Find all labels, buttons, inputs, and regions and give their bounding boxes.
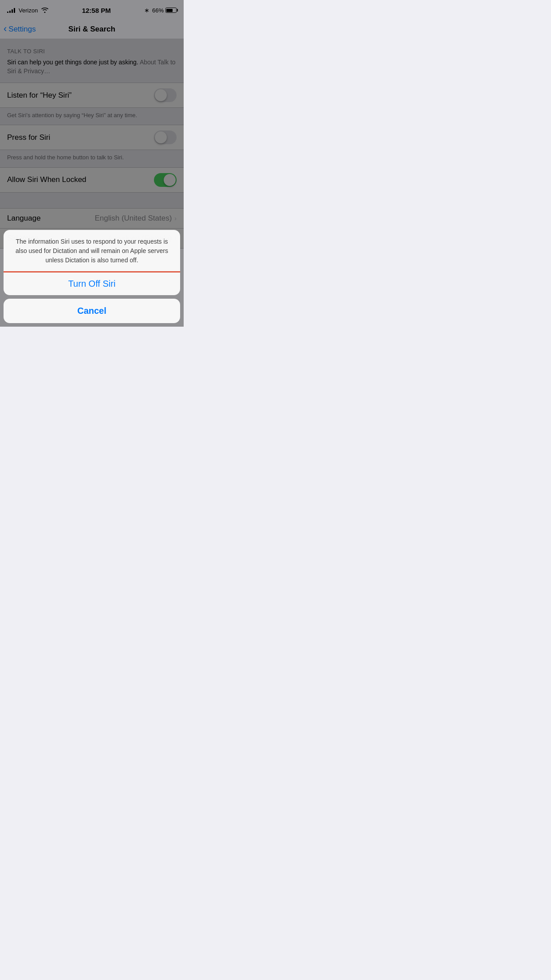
modal-card: The information Siri uses to respond to …: [4, 230, 180, 295]
modal-overlay: The information Siri uses to respond to …: [0, 0, 184, 327]
modal-message: The information Siri uses to respond to …: [4, 230, 180, 273]
modal-cancel-card: Cancel: [4, 299, 180, 323]
modal-container: The information Siri uses to respond to …: [4, 230, 180, 323]
turn-off-siri-button[interactable]: Turn Off Siri: [4, 273, 180, 295]
cancel-button[interactable]: Cancel: [4, 299, 180, 323]
